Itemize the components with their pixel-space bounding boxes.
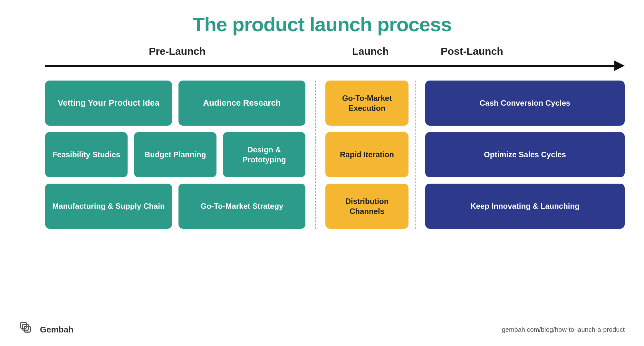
pre-launch-row-3: Manufacturing & Supply Chain Go-To-Marke… [45,184,305,229]
footer-url: gembah.com/blog/how-to-launch-a-product [502,326,625,333]
box-go-to-market-execution: Go-To-Market Execution [325,81,409,126]
logo-area: Gembah [19,321,73,338]
box-cash-conversion-cycles: Cash Conversion Cycles [425,81,625,126]
box-feasibility-studies: Feasibility Studies [45,132,128,177]
page-title: The product launch process [192,13,451,36]
svg-rect-2 [24,326,30,332]
box-budget-planning: Budget Planning [134,132,216,177]
box-manufacturing-supply-chain: Manufacturing & Supply Chain [45,184,172,229]
box-vetting-product-idea: Vetting Your Product Idea [45,81,172,126]
svg-rect-1 [23,324,28,330]
box-go-to-market-strategy: Go-To-Market Strategy [178,184,305,229]
section-pre-launch: Vetting Your Product Idea Audience Resea… [45,81,316,229]
box-design-prototyping: Design & Prototyping [223,132,305,177]
section-post-launch: Cash Conversion Cycles Optimize Sales Cy… [416,81,625,229]
svg-rect-0 [21,322,26,328]
pre-launch-row-1: Vetting Your Product Idea Audience Resea… [45,81,305,126]
gembah-logo-icon [19,321,36,338]
box-optimize-sales-cycles: Optimize Sales Cycles [425,132,625,177]
footer: Gembah gembah.com/blog/how-to-launch-a-p… [19,321,625,338]
box-rapid-iteration: Rapid Iteration [325,132,409,177]
phase-header-pre-launch: Pre-Launch [45,45,309,57]
box-distribution-channels: Distribution Channels [325,184,409,229]
pre-launch-row-2: Feasibility Studies Budget Planning Desi… [45,132,305,177]
phase-header-post-launch: Post-Launch [422,45,522,57]
timeline-arrow [19,61,625,71]
box-keep-innovating-launching: Keep Innovating & Launching [425,184,625,229]
phase-header-launch: Launch [325,45,416,57]
logo-text: Gembah [40,325,73,335]
box-audience-research: Audience Research [178,81,305,126]
section-launch: Go-To-Market Execution Rapid Iteration D… [316,81,416,229]
